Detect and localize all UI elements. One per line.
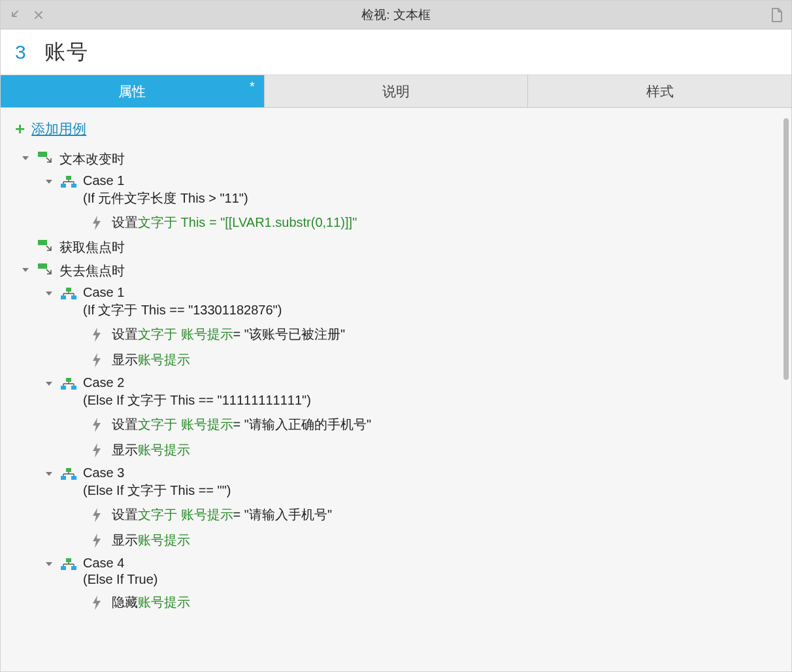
case-title: Case 2 [83,375,311,390]
bolt-icon [90,443,104,458]
action-verb: 设置 [112,416,138,433]
case-row[interactable]: Case 2 (Else If 文字于 This == "11111111111… [1,373,781,412]
tab-style[interactable]: 样式 [528,75,791,107]
action-row[interactable]: 设置 文字于 账号提示 = "请输入手机号" [1,502,781,528]
case-icon [59,376,78,392]
event-label: 文本改变时 [59,150,125,168]
action-value: = "该账号已被注册" [233,326,345,343]
event-label: 获取焦点时 [59,238,125,256]
action-row[interactable]: 显示 账号提示 [1,528,781,553]
svg-rect-10 [61,386,66,390]
svg-rect-7 [61,295,66,299]
disclosure-icon[interactable] [42,467,56,480]
action-row[interactable]: 设置 文字于 账号提示 = "请输入正确的手机号" [1,412,781,437]
action-target: 账号提示 [138,594,190,611]
bolt-icon [90,328,104,342]
tabbar: 属性 * 说明 样式 [1,75,791,108]
svg-rect-4 [38,240,47,245]
svg-rect-1 [66,176,71,180]
action-row[interactable]: 显示 账号提示 [1,347,781,373]
event-row-onblur[interactable]: 失去焦点时 [1,259,781,282]
svg-rect-12 [66,468,71,472]
case-title: Case 1 [83,285,282,300]
action-row[interactable]: 隐藏 账号提示 [1,590,781,615]
tab-label: 说明 [382,82,410,101]
scroll-thumb[interactable] [784,118,789,380]
action-verb: 设置 [112,214,138,231]
action-verb: 显示 [112,351,138,369]
bolt-icon [90,533,104,548]
widget-index: 3 [15,41,26,63]
svg-rect-3 [71,184,76,188]
action-value: = "请输入手机号" [233,506,332,524]
svg-rect-8 [71,295,76,299]
action-target: 文字于 账号提示 [138,326,233,343]
svg-rect-17 [71,566,76,570]
titlebar-title: 检视: 文本框 [1,7,791,24]
tab-label: 属性 [118,82,146,101]
action-verb: 设置 [112,506,138,524]
add-case-label: 添加用例 [31,120,86,138]
disclosure-icon[interactable] [19,263,32,277]
event-icon [36,262,54,278]
disclosure-icon[interactable] [42,175,56,188]
svg-rect-5 [38,263,47,269]
case-title: Case 1 [83,173,248,188]
action-target: 文字于 账号提示 [138,506,233,524]
svg-rect-16 [61,566,66,570]
case-condition: (If 元件文字长度 This > "11") [83,190,248,207]
disclosure-icon[interactable] [19,152,32,165]
action-row[interactable]: 设置 文字于 账号提示 = "该账号已被注册" [1,322,781,347]
action-row[interactable]: 显示 账号提示 [1,437,781,463]
svg-rect-13 [61,476,66,480]
disclosure-icon[interactable] [42,377,56,390]
case-row[interactable]: Case 3 (Else If 文字于 This == "") [1,463,781,502]
svg-rect-0 [38,152,47,157]
bolt-icon [90,216,104,230]
event-row-onfocus[interactable]: 获取焦点时 [1,235,781,259]
bolt-icon [90,418,104,432]
case-icon [59,556,78,572]
action-target: 文字于 账号提示 [138,416,233,433]
add-case-button[interactable]: + 添加用例 [1,116,781,147]
action-verb: 显示 [112,531,138,549]
action-verb: 设置 [112,326,138,343]
collapse-icon[interactable] [7,8,20,22]
interactions-content: + 添加用例 文本改变时 [1,108,781,671]
bolt-icon [90,353,104,367]
action-target: 账号提示 [138,351,190,369]
inspector-panel: 检视: 文本框 3 账号 属性 * 说明 样式 + 添加用例 [0,0,792,672]
event-icon [36,239,54,254]
case-row[interactable]: Case 4 (Else If True) [1,553,781,590]
case-condition: (Else If True) [83,572,157,587]
event-row-ontextchange[interactable]: 文本改变时 [1,147,781,171]
widget-name: 账号 [44,38,89,67]
svg-rect-11 [71,386,76,390]
event-icon [36,150,54,166]
bolt-icon [90,596,104,610]
disclosure-icon[interactable] [42,558,56,571]
widget-header: 3 账号 [1,29,791,75]
action-row[interactable]: 设置 文字于 This = "[[LVAR1.substr(0,11)]]" [1,210,781,235]
svg-rect-9 [66,378,71,382]
page-icon[interactable] [770,8,784,22]
svg-rect-6 [66,288,71,292]
tab-properties[interactable]: 属性 * [1,75,265,107]
disclosure-icon[interactable] [42,287,56,300]
tab-notes[interactable]: 说明 [265,75,529,107]
case-icon [59,286,78,301]
bolt-icon [90,508,104,522]
tab-dirty-indicator: * [250,79,255,94]
case-icon [59,466,78,482]
tab-label: 样式 [646,82,674,101]
close-icon[interactable] [32,8,45,22]
case-row[interactable]: Case 1 (If 文字于 This == "13301182876") [1,282,781,322]
case-condition: (If 文字于 This == "13301182876") [83,301,282,319]
plus-icon: + [15,120,25,137]
titlebar: 检视: 文本框 [1,1,791,29]
vertical-scrollbar[interactable] [781,108,791,671]
case-condition: (Else If 文字于 This == "") [83,482,231,499]
case-row[interactable]: Case 1 (If 元件文字长度 This > "11") [1,171,781,210]
action-target: 账号提示 [138,441,190,459]
action-target: 账号提示 [138,531,190,549]
